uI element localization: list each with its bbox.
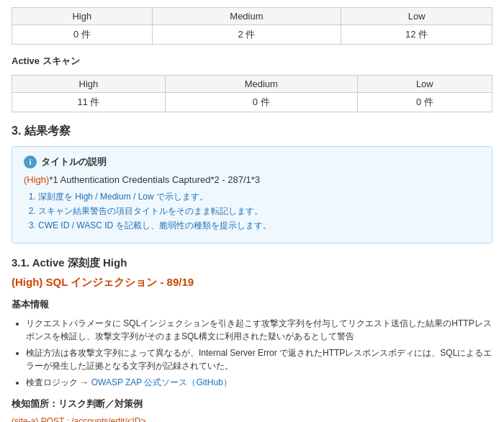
basic-info-label: 基本情報 bbox=[12, 298, 492, 311]
summary-section: High Medium Low 0 件 2 件 12 件 Active スキャン… bbox=[12, 7, 492, 112]
cell-medium-1: 2 件 bbox=[152, 25, 341, 45]
info-item-2: スキャン結果警告の項目タイトルをそのまま転記します。 bbox=[38, 205, 480, 217]
info-box-header: i タイトルの説明 bbox=[24, 156, 480, 169]
bullet-item-2: 検証方法は各攻撃文字列によって異なるが、Internal Server Erro… bbox=[26, 346, 492, 372]
info-icon: i bbox=[24, 156, 37, 169]
info-item-3: CWE ID / WASC ID を記載し、脆弱性の種類を提示します。 bbox=[38, 220, 480, 232]
active-scan-label: Active スキャン bbox=[12, 55, 492, 68]
col-header-high-active: High bbox=[12, 76, 166, 93]
owasp-link[interactable]: OWASP ZAP 公式ソース（GitHub） bbox=[91, 377, 232, 387]
cell-medium-active: 0 件 bbox=[165, 93, 357, 112]
severity-table-1: High Medium Low 0 件 2 件 12 件 bbox=[12, 7, 492, 45]
col-header-medium: Medium bbox=[152, 8, 341, 25]
section3-title: 3. 結果考察 bbox=[12, 124, 492, 139]
cell-high-1: 0 件 bbox=[12, 25, 153, 45]
vuln-title: (High) SQL インジェクション - 89/19 bbox=[12, 276, 492, 289]
info-box-title-rest: *1 Authentication Credentials Captured*2… bbox=[49, 174, 260, 185]
detection-link-1[interactable]: (site-a) POST : /accounts/edit/<ID> bbox=[12, 416, 492, 422]
bullet-item-3: 検査ロジック → OWASP ZAP 公式ソース（GitHub） 検査ロジック … bbox=[26, 376, 492, 389]
severity-table-active: High Medium Low 11 件 0 件 0 件 bbox=[12, 75, 492, 112]
info-box-header-text: タイトルの説明 bbox=[41, 156, 107, 169]
col-header-low-active: Low bbox=[357, 76, 492, 93]
col-header-low: Low bbox=[341, 8, 492, 25]
info-item-1: 深刻度を High / Medium / Low で示します。 bbox=[38, 191, 480, 203]
col-header-medium-active: Medium bbox=[165, 76, 357, 93]
high-label-span: (High) bbox=[24, 174, 49, 185]
info-box-list: 深刻度を High / Medium / Low で示します。 スキャン結果警告… bbox=[24, 191, 480, 232]
cell-high-active: 11 件 bbox=[12, 93, 166, 112]
basic-info-list: リクエストパラメータに SQLインジェクションを引き起こす攻撃文字列を付与してリ… bbox=[12, 317, 492, 389]
bullet-item-1: リクエストパラメータに SQLインジェクションを引き起こす攻撃文字列を付与してリ… bbox=[26, 317, 492, 343]
cell-low-1: 12 件 bbox=[341, 25, 492, 45]
info-box-title-line: (High)*1 Authentication Credentials Capt… bbox=[24, 174, 480, 185]
section31-title: 3.1. Active 深刻度 High bbox=[12, 256, 492, 270]
info-box: i タイトルの説明 (High)*1 Authentication Creden… bbox=[12, 146, 492, 243]
detection-label: 検知箇所：リスク判断／対策例 bbox=[12, 398, 492, 410]
cell-low-active: 0 件 bbox=[357, 93, 492, 112]
col-header-high: High bbox=[12, 8, 153, 25]
